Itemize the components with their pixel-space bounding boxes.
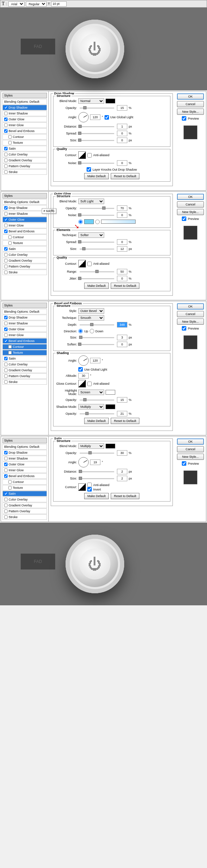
style-texture[interactable]: Texture xyxy=(2,485,47,491)
invert-check[interactable] xyxy=(87,487,92,492)
color-overlay-check[interactable] xyxy=(4,498,8,501)
bevel-technique-select[interactable]: Smooth xyxy=(78,315,104,321)
style-gradient-overlay[interactable]: Gradient Overlay xyxy=(2,258,47,263)
blend-mode-select[interactable]: Normal xyxy=(78,98,104,104)
pattern-overlay-check[interactable] xyxy=(4,265,8,268)
styles-header[interactable]: Styles xyxy=(2,303,47,308)
new-style-button[interactable]: New Style... xyxy=(177,209,204,215)
blend-mode-select[interactable]: Soft Light xyxy=(78,199,104,204)
contour-preset[interactable] xyxy=(78,483,86,491)
spread-slider[interactable] xyxy=(80,242,114,243)
style-contour[interactable]: Contour xyxy=(2,134,47,140)
inner-shadow-check[interactable] xyxy=(4,112,8,115)
color-overlay-check[interactable] xyxy=(4,363,8,366)
reset-default-button[interactable]: Reset to Default xyxy=(111,173,139,179)
gradient-overlay-check[interactable] xyxy=(4,369,8,372)
styles-header[interactable]: Styles xyxy=(2,438,47,443)
shadow-color-swatch[interactable] xyxy=(106,404,115,409)
inner-shadow-check[interactable] xyxy=(4,457,8,460)
glow-gradient-swatch[interactable] xyxy=(101,220,136,224)
styles-header[interactable]: Styles xyxy=(2,93,47,98)
styles-header[interactable]: Styles xyxy=(2,193,47,199)
global-light-check[interactable] xyxy=(105,115,109,120)
style-drop-shadow[interactable]: Drop Shadow xyxy=(2,105,47,110)
new-style-button[interactable]: New Style... xyxy=(177,319,204,325)
outer-glow-check[interactable] xyxy=(4,218,8,221)
opacity-slider[interactable] xyxy=(80,453,114,454)
make-default-button[interactable]: Make Default xyxy=(84,283,109,289)
style-bevel[interactable]: Bevel and Emboss xyxy=(2,338,47,344)
size-input[interactable] xyxy=(117,476,127,481)
style-contour[interactable]: Contour xyxy=(2,344,47,350)
angle-input[interactable] xyxy=(90,358,100,363)
size-input[interactable] xyxy=(117,138,127,143)
cancel-button[interactable]: Cancel xyxy=(177,201,204,208)
style-contour[interactable]: Contour xyxy=(2,479,47,485)
bevel-style-select[interactable]: Outer Bevel xyxy=(78,308,104,314)
size-input[interactable] xyxy=(117,246,127,252)
cancel-button[interactable]: Cancel xyxy=(177,101,204,107)
cancel-button[interactable]: Cancel xyxy=(177,446,204,452)
gradient-radio[interactable] xyxy=(95,220,100,224)
new-style-button[interactable]: New Style... xyxy=(177,454,204,460)
opacity-input[interactable] xyxy=(117,205,127,211)
angle-dial[interactable] xyxy=(78,112,89,122)
highlight-mode-select[interactable]: Screen xyxy=(78,390,104,395)
distance-input[interactable] xyxy=(117,469,127,474)
sh-opacity-input[interactable] xyxy=(117,411,127,416)
style-inner-glow[interactable]: Inner Glow xyxy=(2,332,47,338)
font-size-input[interactable] xyxy=(51,1,67,7)
style-pattern-overlay[interactable]: Pattern Overlay xyxy=(2,508,47,514)
style-inner-glow[interactable]: Inner Glow xyxy=(2,467,47,473)
style-texture[interactable]: Texture xyxy=(2,350,47,355)
style-drop-shadow[interactable]: Drop Shadow xyxy=(2,450,47,455)
opacity-slider[interactable] xyxy=(80,108,114,109)
soften-slider[interactable] xyxy=(80,344,114,345)
bevel-check[interactable] xyxy=(4,230,8,233)
contour-check[interactable] xyxy=(8,480,12,484)
stroke-check[interactable] xyxy=(4,271,8,274)
pattern-overlay-check[interactable] xyxy=(4,509,8,513)
blending-options-item[interactable]: Blending Options: Default xyxy=(2,99,47,104)
font-family-select[interactable]: Arial xyxy=(8,1,24,7)
contour-preset[interactable] xyxy=(78,260,86,268)
style-inner-shadow[interactable]: Inner Shadow xyxy=(2,111,47,116)
technique-select[interactable]: Softer xyxy=(78,232,104,238)
ok-button[interactable]: OK xyxy=(177,194,204,200)
stroke-check[interactable] xyxy=(4,170,8,174)
inner-glow-check[interactable] xyxy=(4,123,8,127)
preview-check[interactable] xyxy=(182,461,186,466)
style-outer-glow[interactable]: Outer Glow xyxy=(2,217,47,222)
spread-input[interactable] xyxy=(117,131,127,136)
ok-button[interactable]: OK xyxy=(177,303,204,310)
global-light-check[interactable] xyxy=(78,367,83,372)
preview-check[interactable] xyxy=(182,326,186,331)
satin-check[interactable] xyxy=(4,147,8,150)
style-bevel[interactable]: Bevel and Emboss xyxy=(2,229,47,234)
ok-button[interactable]: OK xyxy=(177,93,204,100)
contour-preset[interactable] xyxy=(78,151,86,159)
hl-opacity-input[interactable] xyxy=(117,397,127,403)
style-satin[interactable]: Satin xyxy=(2,356,47,361)
style-drop-shadow[interactable]: Drop Shadow xyxy=(2,315,47,320)
contour-check[interactable] xyxy=(8,345,12,349)
gloss-contour-preset[interactable] xyxy=(78,380,86,387)
size-slider[interactable] xyxy=(80,337,114,338)
inner-shadow-check[interactable] xyxy=(4,322,8,325)
texture-check[interactable] xyxy=(8,486,12,489)
style-color-overlay[interactable]: Color Overlay xyxy=(2,252,47,258)
shadow-color-swatch[interactable] xyxy=(106,99,115,103)
style-stroke[interactable]: Stroke xyxy=(2,270,47,275)
bevel-check[interactable] xyxy=(4,474,8,478)
contour-check[interactable] xyxy=(8,135,12,139)
style-contour[interactable]: Contour xyxy=(2,234,47,240)
satin-check[interactable] xyxy=(4,247,8,251)
angle-dial[interactable] xyxy=(78,457,89,467)
noise-input[interactable] xyxy=(117,212,127,218)
size-slider[interactable] xyxy=(80,249,114,250)
pattern-overlay-check[interactable] xyxy=(4,374,8,378)
style-bevel[interactable]: Bevel and Emboss xyxy=(2,128,47,134)
make-default-button[interactable]: Make Default xyxy=(84,493,109,499)
anti-aliased-check[interactable] xyxy=(87,262,92,266)
noise-slider[interactable] xyxy=(80,215,114,216)
